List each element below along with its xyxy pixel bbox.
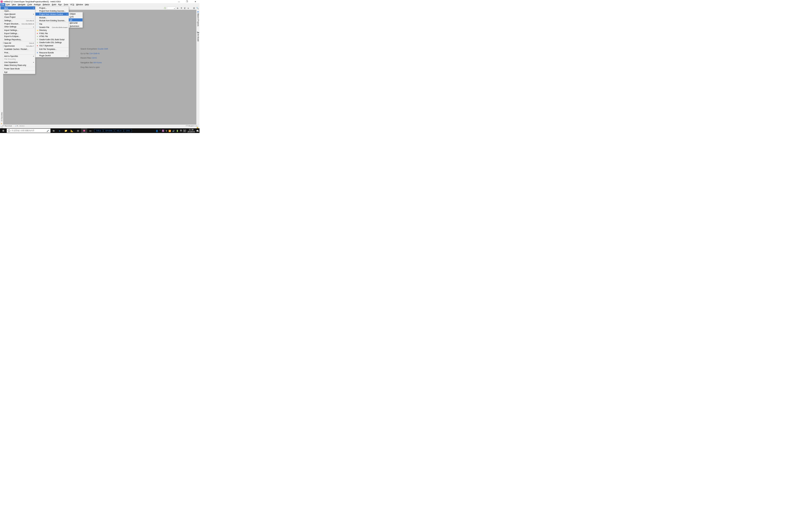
file-print[interactable]: 🖶Print...: [1, 51, 35, 54]
run-icon[interactable]: ▶: [176, 7, 179, 10]
new-file[interactable]: 📄File: [36, 23, 69, 26]
maximize-button[interactable]: ❐: [185, 0, 189, 3]
menu-run[interactable]: Run: [57, 3, 63, 6]
menu-file[interactable]: File: [0, 3, 5, 6]
minimize-button[interactable]: —: [177, 0, 181, 3]
file-line-separators[interactable]: Line Separators▸: [1, 61, 35, 64]
file-power-save[interactable]: Power Save Mode: [1, 68, 35, 71]
new-project[interactable]: Project...: [36, 6, 69, 10]
clock[interactable]: 11:39 2018/3/3: [188, 129, 195, 133]
new-gradle-settings[interactable]: GGradle Kotlin DSL Settings: [36, 41, 69, 44]
vcs-mercurial[interactable]: Mercurial: [69, 22, 82, 25]
new-html[interactable]: HHTML File: [36, 35, 69, 38]
app-icon-1[interactable]: ◎: [75, 128, 81, 133]
file-add-favorites[interactable]: Add to Favorites▸: [1, 55, 35, 58]
menu-view[interactable]: View: [11, 3, 17, 6]
file-import-settings[interactable]: Import Settings...: [1, 29, 35, 32]
apptab-sphere[interactable]: SPHERE: [104, 129, 114, 132]
debug-icon[interactable]: ✺: [180, 7, 183, 10]
file-new[interactable]: New▸: [1, 6, 35, 10]
menu-analyze[interactable]: Analyze: [33, 3, 42, 6]
coverage-icon[interactable]: ◧: [184, 7, 186, 10]
file-exit[interactable]: Exit: [1, 71, 35, 74]
ime-mode[interactable]: M: [183, 130, 186, 132]
vcs-cvs[interactable]: CVS: [69, 16, 82, 19]
project-structure-icon[interactable]: ▦: [192, 7, 195, 10]
battery-icon[interactable]: 🔋: [176, 130, 178, 132]
run-config-combo[interactable]: ⌄: [167, 7, 176, 10]
start-button[interactable]: ⊞: [0, 128, 6, 133]
file-make-readonly[interactable]: Make Directory Read-only: [1, 64, 35, 67]
intellij-taskbar-icon[interactable]: IJ: [81, 128, 87, 133]
menu-refactor[interactable]: Refactor: [42, 3, 51, 6]
notifications-icon[interactable]: 💬3: [196, 130, 198, 132]
tray-chevron-icon[interactable]: ˄: [159, 130, 161, 132]
file-open-recent[interactable]: Open Recent▸: [1, 13, 35, 16]
apptab-table[interactable]: TABLE: [94, 129, 103, 132]
apptab-helix[interactable]: HELIX: [115, 129, 123, 132]
right-tool-rail: mMaven Projects 🐜Ant Build: [196, 10, 200, 125]
people-icon[interactable]: 👤: [156, 130, 158, 132]
file-project-structure[interactable]: ▦Project Structure...Ctrl+Alt+Shift+S: [1, 22, 35, 25]
tab-ant-build[interactable]: 🐜Ant Build: [196, 30, 200, 42]
left-tool-rail: 2: Favorites ★: [0, 10, 3, 125]
tool-windows-icon[interactable]: [1, 127, 3, 128]
new-fxml[interactable]: ◉FXML File: [36, 32, 69, 35]
welcome-hints: Search Everywhere Double Shift Go to Fil…: [80, 47, 108, 70]
new-plugin-devkit[interactable]: Plugin DevKit▸: [36, 54, 69, 57]
stop-icon[interactable]: ■: [187, 7, 190, 10]
file-save-all[interactable]: 💾Save AllCtrl+S: [1, 41, 35, 45]
mic-icon[interactable]: 🎤: [47, 130, 49, 132]
app-icon-2[interactable]: ▭: [87, 128, 93, 133]
edge-icon[interactable]: e: [57, 128, 63, 133]
new-project-vcs[interactable]: Project from Version Control▸: [36, 13, 69, 16]
new-scratch-file[interactable]: 📄Scratch FileCtrl+Alt+Shift+Insert: [36, 26, 69, 29]
vcs-github[interactable]: GitHub: [69, 12, 82, 16]
menu-code[interactable]: Code: [26, 3, 33, 6]
new-project-existing[interactable]: Project from Existing Sources...: [36, 10, 69, 13]
new-xslt[interactable]: ◉XSLT Stylesheet: [36, 44, 69, 47]
search-icon[interactable]: 🔍: [196, 7, 198, 10]
taskview-icon[interactable]: ⧉: [51, 128, 57, 133]
menu-tools[interactable]: Tools: [63, 3, 69, 6]
file-menu: New▸ 📂Open... Open Recent▸ Close Project…: [0, 6, 35, 74]
ime-lang[interactable]: 英: [180, 130, 182, 132]
new-edit-templates[interactable]: Edit File Templates...: [36, 48, 69, 51]
vcs-subversion[interactable]: Subversion: [69, 24, 82, 28]
file-invalidate[interactable]: Invalidate Caches / Restart...: [1, 48, 35, 51]
file-settings[interactable]: 🔧Settings...Ctrl+Alt+S: [1, 19, 35, 22]
menu-help[interactable]: Help: [84, 3, 90, 6]
wifi-icon[interactable]: 📶: [169, 130, 171, 132]
file-other-settings[interactable]: Other Settings▸: [1, 25, 35, 28]
file-export-settings[interactable]: Export Settings...: [1, 32, 35, 35]
file-settings-repo[interactable]: Settings Repository...: [1, 38, 35, 41]
close-button[interactable]: ✕: [193, 0, 197, 3]
tab-favorites[interactable]: 2: Favorites: [0, 111, 3, 122]
network-icon[interactable]: ⚲: [166, 130, 167, 132]
file-close-project[interactable]: Close Project: [1, 16, 35, 19]
new-gradle-build[interactable]: GGradle Kotlin DSL Build Script: [36, 38, 69, 41]
vcs-git[interactable]: Git: [69, 18, 82, 22]
file-open[interactable]: 📂Open...: [1, 10, 35, 13]
menu-build[interactable]: Build: [51, 3, 57, 6]
star-icon: ★: [1, 122, 3, 125]
new-directory[interactable]: 📁Directory: [36, 29, 69, 32]
menu-vcs[interactable]: VCS: [69, 3, 75, 6]
new-module[interactable]: Module...: [36, 16, 69, 19]
file-synchronize[interactable]: 🔄SynchronizeCtrl+Alt+Y: [1, 45, 35, 48]
menu-edit[interactable]: Edit: [5, 3, 11, 6]
tab-maven-projects[interactable]: mMaven Projects: [196, 10, 200, 27]
onenote-icon[interactable]: N: [162, 130, 164, 132]
file-encoding: File Encoding: [1, 58, 35, 61]
menu-window[interactable]: Window: [75, 3, 84, 6]
menu-navigate[interactable]: Navigate: [17, 3, 26, 6]
apptab-grid[interactable]: GRID: [124, 129, 132, 132]
cortana-search[interactable]: 在这里输入你要搜索的内容 🎤: [7, 129, 51, 133]
matlab-icon[interactable]: 📐: [69, 128, 75, 133]
explorer-icon[interactable]: 📁: [63, 128, 69, 133]
new-module-existing[interactable]: Module from Existing Sources...: [36, 19, 69, 22]
new-resource-bundle[interactable]: ▦Resource Bundle: [36, 51, 69, 54]
file-export-eclipse[interactable]: Export to Eclipse...: [1, 35, 35, 38]
build-icon[interactable]: ↓0110: [163, 7, 166, 10]
volume-icon[interactable]: 🔊: [172, 130, 175, 132]
